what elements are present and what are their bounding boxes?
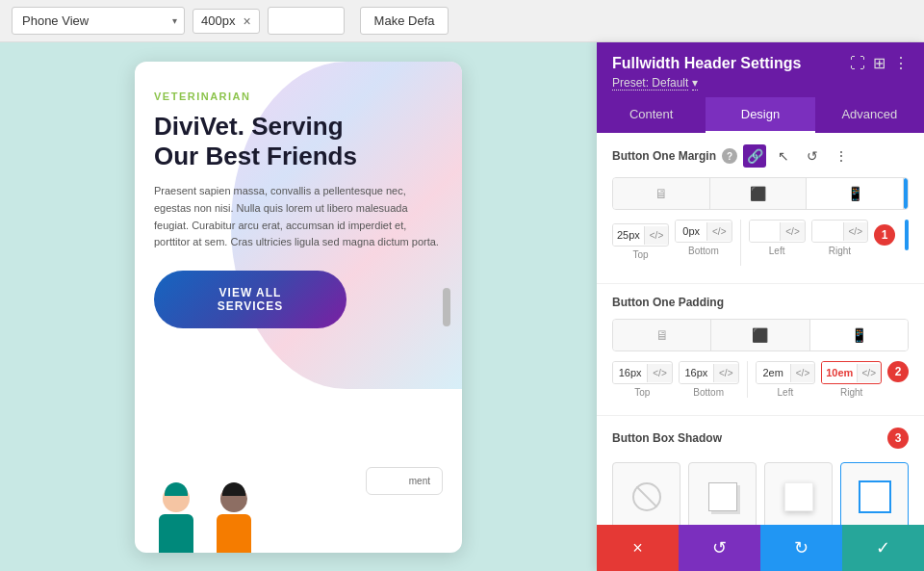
badge-3: 3 — [887, 428, 909, 449]
tab-design[interactable]: Design — [706, 97, 814, 133]
cancel-button[interactable]: × — [597, 525, 679, 571]
padding-left-input-wrapper: </> — [756, 361, 816, 384]
device-tabs-padding: 🖥 ⬛ 📱 — [612, 319, 909, 351]
margin-values-row: </> Top </> Bottom — [612, 220, 909, 266]
view-select-wrapper: Phone View Tablet View Desktop View ▾ — [12, 7, 185, 35]
save-button[interactable]: ✓ — [842, 525, 924, 571]
desktop-tab-margin[interactable]: 🖥 — [613, 178, 710, 209]
margin-left-cell: </> Left — [749, 220, 806, 266]
section-label-row-shadow: Button Box Shadow 3 — [612, 428, 909, 449]
padding-right-input[interactable] — [822, 362, 856, 383]
extra-input[interactable] — [268, 7, 345, 35]
panel-title-icons: ⛶ ⊞ ⋮ — [850, 54, 909, 72]
reset-icon-margin[interactable]: ↺ — [801, 144, 824, 168]
padding-bottom-input-wrapper: </> — [679, 361, 739, 384]
margin-right-unit[interactable]: </> — [843, 222, 867, 241]
margin-top-label: Top — [633, 249, 649, 260]
shadow-box-2 — [784, 482, 813, 511]
padding-top-input-wrapper: </> — [612, 361, 673, 384]
divider-margin — [740, 220, 741, 266]
desktop-tab-padding[interactable]: 🖥 — [613, 320, 711, 350]
shadow-option-2[interactable] — [688, 462, 757, 525]
char2-body — [217, 514, 251, 553]
padding-left-unit[interactable]: </> — [790, 364, 814, 382]
margin-right-label: Right — [829, 246, 851, 256]
main-area: VETERINARIAN DiviVet. Serving Our Best F… — [0, 42, 924, 571]
shadow-none-option[interactable] — [612, 462, 680, 525]
redo-button[interactable]: ↻ — [760, 525, 842, 571]
tablet-tab-padding[interactable]: ⬛ — [711, 320, 809, 350]
padding-bottom-unit[interactable]: </> — [713, 364, 737, 382]
button-margin-section: Button One Margin ? 🔗 ↖ ↺ ⋮ 🖥 ⬛ 📱 — [597, 133, 924, 284]
shadow-option-3[interactable] — [764, 462, 833, 525]
margin-bottom-input-wrapper: </> — [675, 220, 732, 243]
padding-left-input[interactable] — [757, 362, 790, 383]
top-toolbar: Phone View Tablet View Desktop View ▾ 40… — [0, 0, 924, 42]
margin-top-input[interactable] — [613, 224, 644, 246]
more-icon-margin[interactable]: ⋮ — [830, 144, 853, 168]
divider-padding — [747, 361, 748, 398]
button-padding-label: Button One Padding — [612, 296, 724, 309]
padding-left-label: Left — [778, 387, 794, 398]
shadow-options-grid — [612, 458, 909, 525]
button-shadow-label: Button Box Shadow — [612, 431, 722, 445]
main-heading: DiviVet. Serving Our Best Friends — [154, 112, 443, 171]
tab-content[interactable]: Content — [597, 97, 706, 133]
cta-button[interactable]: VIEW ALLSERVICES — [154, 271, 346, 328]
margin-left-unit[interactable]: </> — [780, 222, 804, 241]
phone-text-content: VETERINARIAN DiviVet. Serving Our Best F… — [135, 62, 462, 348]
margin-bottom-unit[interactable]: </> — [706, 222, 731, 241]
more-options-icon[interactable]: ⋮ — [893, 54, 909, 72]
padding-top-unit[interactable]: </> — [647, 364, 671, 382]
margin-left-input-wrapper: </> — [749, 220, 806, 243]
padding-bottom-cell: </> Bottom — [679, 361, 739, 398]
px-value: 400px — [201, 13, 235, 28]
panel-header: Fullwidth Header Settings ⛶ ⊞ ⋮ Preset: … — [597, 42, 924, 97]
make-default-button[interactable]: Make Defa — [360, 7, 449, 35]
padding-left-cell: </> Left — [756, 361, 816, 398]
padding-right-unit[interactable]: </> — [857, 364, 881, 382]
cursor-icon-margin[interactable]: ↖ — [772, 144, 795, 168]
margin-top-cell: </> Top — [612, 220, 669, 266]
phone-tab-margin[interactable]: 📱 — [807, 178, 904, 209]
margin-right-blue-bar — [905, 220, 909, 250]
padding-top-input[interactable] — [613, 362, 647, 383]
help-icon-margin[interactable]: ? — [722, 148, 737, 164]
panel-title-row: Fullwidth Header Settings ⛶ ⊞ ⋮ — [612, 54, 909, 72]
margin-bottom-label: Bottom — [688, 246, 719, 256]
link-icon-margin[interactable]: 🔗 — [743, 144, 766, 168]
margin-right-input[interactable] — [812, 221, 843, 242]
panel-preset[interactable]: Preset: Default ▾ — [612, 76, 909, 90]
button-shadow-section: Button Box Shadow 3 — [597, 416, 924, 525]
button-padding-section: Button One Padding 🖥 ⬛ 📱 </> — [597, 284, 924, 416]
margin-left-input[interactable] — [750, 221, 781, 242]
margin-bottom-input[interactable] — [676, 221, 706, 242]
margin-top-unit[interactable]: </> — [644, 226, 668, 245]
padding-top-label: Top — [634, 387, 650, 398]
fullscreen-icon[interactable]: ⛶ — [850, 55, 865, 72]
columns-icon[interactable]: ⊞ — [873, 54, 886, 72]
panel-body: Button One Margin ? 🔗 ↖ ↺ ⋮ 🖥 ⬛ 📱 — [597, 133, 924, 525]
character-2 — [207, 476, 260, 553]
tab-advanced[interactable]: Advanced — [815, 97, 924, 133]
char2-head — [220, 485, 247, 512]
reset-button[interactable]: ↺ — [679, 525, 760, 571]
phone-tab-padding[interactable]: 📱 — [810, 320, 908, 350]
shadow-option-4[interactable] — [840, 462, 909, 525]
close-icon[interactable]: × — [243, 13, 250, 29]
padding-bottom-input[interactable] — [680, 362, 713, 383]
char1-hair — [165, 482, 188, 496]
veterinarian-label: VETERINARIAN — [154, 91, 443, 102]
margin-right-input-wrapper: </> — [811, 220, 868, 243]
char1-body — [159, 514, 193, 553]
padding-right-input-wrapper: </> — [821, 361, 882, 384]
padding-values-row: </> Top </> Bottom — [612, 361, 909, 398]
section-label-row-margin: Button One Margin ? 🔗 ↖ ↺ ⋮ — [612, 144, 909, 168]
view-select[interactable]: Phone View Tablet View Desktop View — [12, 7, 185, 35]
shadow-box-3 — [860, 482, 889, 511]
shadow-none-icon — [632, 482, 661, 511]
tablet-tab-margin[interactable]: ⬛ — [710, 178, 808, 209]
character-1 — [149, 476, 202, 553]
canvas-area: VETERINARIAN DiviVet. Serving Our Best F… — [0, 42, 597, 571]
body-text: Praesent sapien massa, convallis a pelle… — [154, 183, 443, 250]
